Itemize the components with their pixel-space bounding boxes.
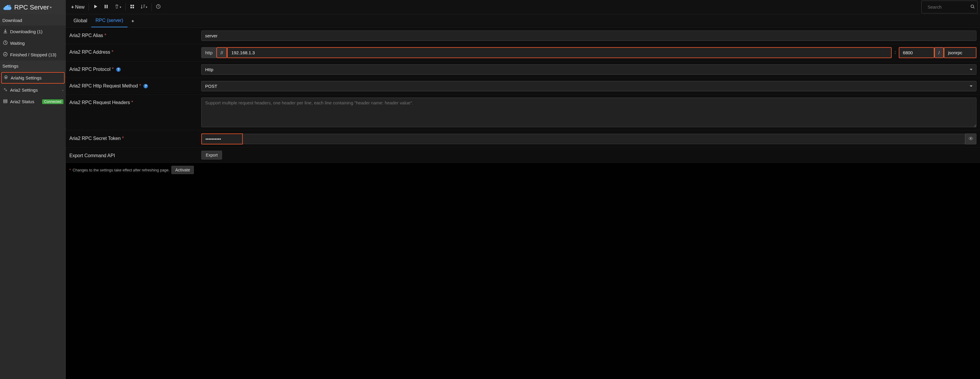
row-rpc-alias: Aria2 RPC Alias * — [66, 27, 980, 44]
trash-icon — [115, 4, 119, 10]
sidebar-item-label: Downloading (1) — [10, 29, 42, 34]
toggle-password-visibility[interactable] — [965, 134, 977, 145]
sort-button[interactable]: ▾ — [138, 2, 150, 12]
required-star: * — [104, 33, 106, 38]
dropdown-caret-icon: ▾ — [146, 6, 147, 9]
tab-global[interactable]: Global — [69, 14, 91, 27]
plus-icon: + — [132, 18, 134, 24]
row-rpc-headers: Aria2 RPC Request Headers * — [66, 95, 980, 131]
svg-rect-14 — [130, 7, 132, 8]
rpc-settings-form: Aria2 RPC Alias * Aria2 RPC Address * ht… — [66, 27, 980, 177]
label-text: Aria2 RPC Protocol — [69, 67, 111, 72]
nav-section-download: Download — [0, 15, 66, 26]
select-value: POST — [205, 84, 217, 89]
scheme-sep-addon: // — [216, 47, 227, 58]
help-icon[interactable]: ? — [116, 67, 121, 72]
new-button[interactable]: + New — [68, 3, 88, 11]
input-rpc-path[interactable] — [944, 47, 977, 58]
row-rpc-address: Aria2 RPC Address * http // : / — [66, 44, 980, 61]
label-rpc-http-method: Aria2 RPC Http Request Method * ? — [69, 81, 201, 89]
svg-point-5 — [4, 88, 5, 89]
main-content: + New ▾ — [66, 0, 980, 379]
chevron-down-icon — [970, 69, 973, 70]
svg-point-18 — [971, 5, 974, 8]
delete-button[interactable]: ▾ — [111, 2, 124, 12]
new-button-label: New — [75, 5, 84, 10]
note-star: * — [69, 168, 71, 172]
select-rpc-http-method[interactable]: POST — [201, 81, 977, 91]
svg-rect-10 — [105, 5, 106, 8]
nav-section-settings: Settings — [0, 61, 66, 72]
sidebar-item-aria2-status[interactable]: Aria2 Status Connected — [0, 96, 66, 107]
chevron-down-icon — [970, 85, 973, 87]
label-rpc-protocol: Aria2 RPC Protocol * ? — [69, 64, 201, 72]
start-button[interactable] — [90, 2, 101, 12]
sidebar-item-waiting[interactable]: Waiting — [0, 37, 66, 49]
select-rpc-protocol[interactable]: Http — [201, 64, 977, 75]
footer-note-text: Changes to the settings take effect afte… — [73, 168, 170, 172]
input-rpc-alias[interactable] — [201, 30, 977, 41]
label-rpc-headers: Aria2 RPC Request Headers * — [69, 97, 201, 105]
gears-icon — [2, 87, 8, 93]
input-rpc-host[interactable] — [227, 47, 891, 58]
input-rpc-secret[interactable] — [201, 134, 243, 145]
sidebar-item-downloading[interactable]: Downloading (1) — [0, 26, 66, 37]
app-title: RPC Server — [14, 3, 49, 11]
play-icon — [93, 4, 98, 10]
dropdown-caret-icon: ▾ — [120, 6, 121, 9]
svg-text:?: ? — [158, 5, 159, 8]
required-star: * — [139, 83, 141, 88]
sidebar-item-label: Aria2 Status — [10, 99, 34, 104]
scheme-addon: http — [201, 47, 216, 58]
grid-icon — [130, 4, 135, 10]
search-input[interactable] — [924, 2, 970, 12]
svg-point-19 — [970, 138, 971, 139]
label-rpc-alias: Aria2 RPC Alias * — [69, 30, 201, 38]
tab-rpc-server[interactable]: RPC (server) — [91, 14, 127, 27]
label-text: Aria2 RPC Secret Token — [69, 136, 121, 141]
input-rpc-secret-tail[interactable] — [243, 134, 965, 144]
label-text: Aria2 RPC Alias — [69, 33, 103, 38]
svg-rect-13 — [132, 5, 134, 6]
label-rpc-secret: Aria2 RPC Secret Token * — [69, 134, 201, 141]
search-icon — [970, 4, 975, 10]
address-input-group: http // : / — [201, 47, 977, 58]
app-logo-icon: 2 — [3, 4, 12, 11]
sidebar-header[interactable]: 2 RPC Server — [0, 0, 66, 15]
sidebar-item-ariang-settings[interactable]: AriaNg Settings — [1, 72, 65, 84]
label-text: Aria2 RPC Address — [69, 49, 110, 54]
label-text: Aria2 RPC Request Headers — [69, 100, 130, 105]
check-circle-icon — [2, 52, 8, 57]
sidebar-item-finished[interactable]: Finished / Stopped (13) — [0, 49, 66, 61]
server-icon — [2, 99, 8, 104]
textarea-rpc-headers[interactable] — [201, 97, 977, 127]
tab-add-button[interactable]: + — [127, 15, 138, 27]
plus-icon: + — [71, 5, 74, 10]
sidebar-item-label: Aria2 Settings — [10, 88, 38, 92]
label-text: Aria2 RPC Http Request Method — [69, 83, 138, 88]
svg-point-6 — [6, 90, 7, 91]
colon-separator: : — [892, 47, 899, 58]
svg-rect-12 — [130, 5, 132, 6]
help-icon[interactable]: ? — [143, 84, 148, 88]
help-button[interactable]: ? — [153, 2, 164, 12]
required-star: * — [111, 49, 113, 54]
sort-icon — [140, 4, 145, 10]
search-box[interactable] — [921, 1, 978, 13]
row-rpc-secret: Aria2 RPC Secret Token * — [66, 131, 980, 148]
title-dropdown-caret-icon — [49, 7, 52, 8]
download-arrow-icon — [2, 29, 8, 34]
pause-button[interactable] — [101, 2, 111, 12]
sidebar-item-label: AriaNg Settings — [11, 75, 41, 80]
toolbar-separator — [89, 3, 89, 11]
svg-rect-7 — [3, 100, 7, 100]
input-rpc-port[interactable] — [899, 47, 934, 58]
sidebar-item-aria2-settings[interactable]: Aria2 Settings ‹ — [0, 84, 66, 96]
activate-button[interactable]: Activate — [171, 166, 194, 174]
svg-point-4 — [5, 77, 6, 78]
clock-icon — [2, 40, 8, 46]
label-rpc-address: Aria2 RPC Address * — [69, 47, 201, 55]
view-grid-button[interactable] — [127, 2, 138, 12]
export-button[interactable]: Export — [201, 151, 222, 159]
svg-rect-8 — [3, 101, 7, 102]
